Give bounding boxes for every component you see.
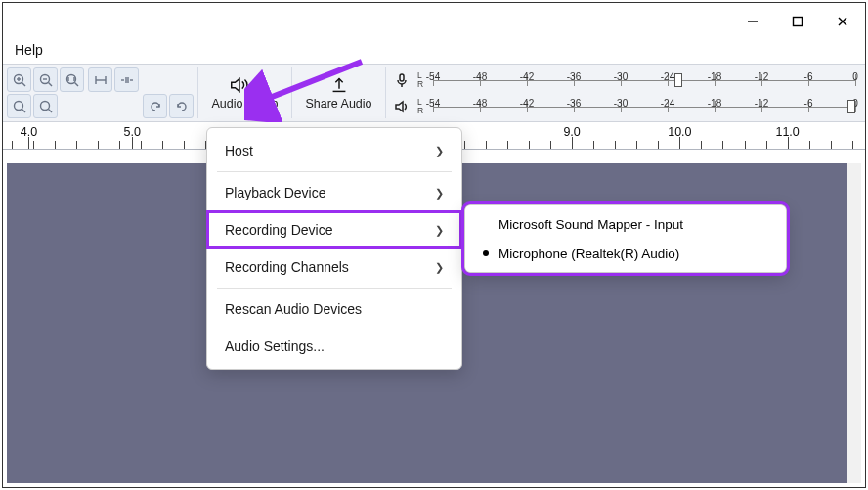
minimize-button[interactable] — [730, 6, 775, 37]
maximize-button[interactable] — [775, 6, 820, 37]
speaker-icon — [394, 99, 410, 114]
share-audio-button[interactable]: Share Audio — [291, 67, 385, 118]
chevron-right-icon: ❯ — [435, 187, 444, 200]
device-option[interactable]: Microsoft Sound Mapper - Input — [465, 209, 786, 239]
meter-marker[interactable] — [674, 73, 682, 87]
menu-help[interactable]: Help — [15, 42, 43, 58]
menu-separator — [217, 171, 452, 172]
menu-playback-device[interactable]: Playback Device ❯ — [207, 174, 461, 211]
meter-marker[interactable] — [847, 100, 855, 113]
menu-rescan-devices[interactable]: Rescan Audio Devices — [207, 290, 461, 328]
menubar: Help — [3, 40, 865, 64]
db-tick-label: 0 — [852, 71, 858, 82]
menu-item-label: Host — [225, 143, 253, 158]
db-tick-label: -36 — [567, 71, 581, 82]
menu-item-label: Rescan Audio Devices — [225, 301, 362, 317]
db-tick-label: -48 — [473, 71, 487, 82]
audio-setup-label: Audio Setup — [211, 97, 278, 111]
db-tick-label: -12 — [755, 71, 768, 82]
lr-labels: LR — [417, 71, 425, 89]
zoom-out-icon[interactable] — [33, 67, 58, 92]
svg-rect-26 — [400, 74, 404, 81]
db-tick-label: -36 — [567, 98, 581, 109]
db-tick-label: -24 — [661, 71, 674, 82]
vertical-scrollbar[interactable] — [847, 163, 861, 483]
recording-device-submenu: Microsoft Sound Mapper - Input Microphon… — [464, 204, 787, 273]
zoom-in-icon[interactable] — [7, 67, 31, 92]
device-option[interactable]: Microphone (Realtek(R) Audio) — [465, 239, 786, 268]
trim-icon[interactable] — [88, 67, 112, 92]
menu-separator — [217, 288, 452, 289]
svg-line-12 — [74, 82, 78, 86]
radio-on-icon — [483, 250, 489, 256]
menu-host[interactable]: Host ❯ — [207, 132, 461, 169]
submenu-item-label: Microsoft Sound Mapper - Input — [499, 217, 683, 232]
undo-icon[interactable] — [143, 94, 167, 118]
close-button[interactable] — [820, 6, 865, 37]
db-tick-label: -6 — [804, 98, 813, 109]
db-tick-label: -18 — [708, 71, 721, 82]
db-tick-label: -42 — [520, 98, 534, 109]
menu-item-label: Playback Device — [225, 185, 326, 200]
svg-line-14 — [22, 109, 25, 112]
menu-item-label: Recording Device — [225, 222, 333, 238]
fit-selection-icon[interactable] — [60, 67, 84, 92]
radio-off-icon — [483, 221, 489, 227]
meters-panel: LR -54-48-42-36-30-24-18-12-60 LR -54-48… — [385, 67, 861, 118]
menu-item-label: Recording Channels — [225, 259, 349, 275]
db-tick-label: -30 — [614, 98, 628, 109]
db-tick-label: -54 — [426, 98, 440, 109]
chevron-right-icon: ❯ — [435, 224, 444, 237]
redo-icon[interactable] — [169, 94, 194, 118]
menu-recording-channels[interactable]: Recording Channels ❯ — [207, 248, 461, 286]
recording-meter[interactable]: LR -54-48-42-36-30-24-18-12-60 — [394, 67, 855, 92]
svg-rect-1 — [794, 18, 803, 26]
svg-line-5 — [22, 82, 25, 86]
audio-setup-menu: Host ❯ Playback Device ❯ Recording Devic… — [206, 127, 462, 370]
db-tick-label: -18 — [708, 98, 721, 109]
db-tick-label: -48 — [473, 98, 487, 109]
db-tick-label: -30 — [614, 71, 628, 82]
share-audio-label: Share Audio — [305, 97, 371, 111]
fit-project-icon[interactable] — [7, 94, 31, 118]
audio-setup-button[interactable]: ▼ Audio Setup — [197, 67, 291, 118]
chevron-right-icon: ❯ — [435, 261, 444, 274]
toolbar: ▼ Audio Setup Share Audio LR -54-48-42-3… — [3, 64, 865, 122]
db-tick-label: -12 — [755, 98, 768, 109]
chevron-right-icon: ❯ — [435, 145, 444, 157]
titlebar — [3, 3, 865, 40]
svg-line-16 — [48, 109, 52, 112]
silence-icon[interactable] — [114, 67, 139, 92]
lr-labels: LR — [417, 98, 425, 115]
playback-meter[interactable]: LR -54-48-42-36-30-24-18-12-60 — [394, 94, 855, 118]
menu-item-label: Audio Settings... — [225, 338, 325, 354]
svg-point-15 — [40, 101, 49, 110]
menu-recording-device[interactable]: Recording Device ❯ — [207, 211, 461, 248]
zoom-toggle-icon[interactable] — [33, 94, 58, 118]
db-tick-label: -42 — [520, 71, 534, 82]
db-tick-label: -54 — [426, 71, 440, 82]
svg-point-13 — [14, 101, 22, 110]
menu-audio-settings[interactable]: Audio Settings... — [207, 328, 461, 365]
db-tick-label: -6 — [804, 71, 813, 82]
submenu-item-label: Microphone (Realtek(R) Audio) — [499, 246, 679, 261]
caret-down-icon: ▼ — [253, 80, 262, 90]
microphone-icon — [394, 72, 410, 88]
db-tick-label: -24 — [661, 98, 674, 109]
svg-line-9 — [48, 82, 52, 86]
